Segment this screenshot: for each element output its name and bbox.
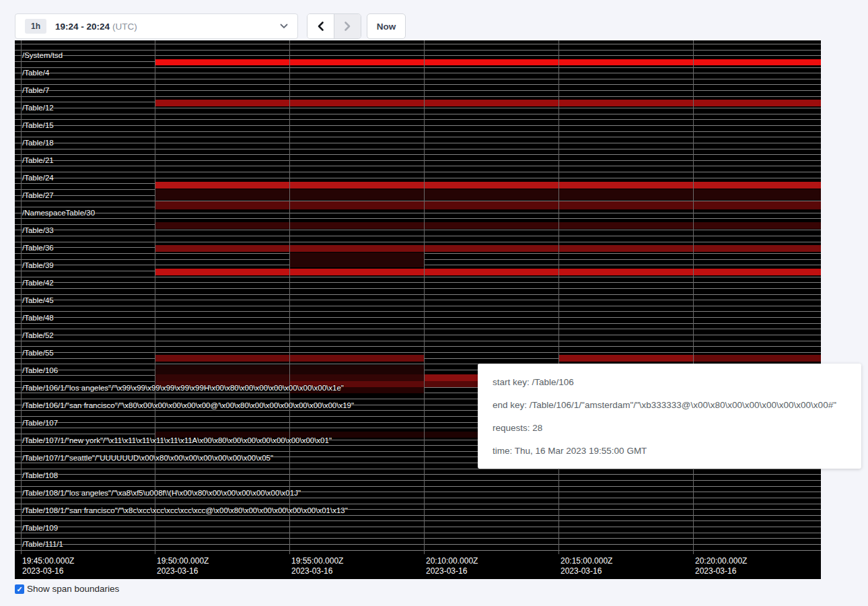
- span-boundary-line: [15, 335, 821, 335]
- span-key-label: /Table/39: [22, 261, 54, 269]
- span-boundary-line: [15, 533, 821, 533]
- time-gridline: [693, 40, 694, 554]
- span-boundary-line: [15, 515, 821, 516]
- span-boundary-line: [15, 498, 821, 498]
- span-boundary-line: [15, 486, 821, 487]
- show-span-boundaries-label: Show span boundaries: [27, 584, 119, 594]
- tick-time: 19:45:00.000Z: [22, 556, 74, 566]
- hot-span-band[interactable]: [155, 182, 821, 189]
- x-axis-tick-label: 19:55:00.000Z2023-03-16: [291, 556, 343, 576]
- show-span-boundaries-checkbox[interactable]: ✓: [15, 584, 24, 594]
- span-boundary-line: [15, 218, 821, 219]
- span-boundary-line: [15, 125, 821, 126]
- span-boundary-line: [15, 137, 821, 137]
- span-key-label: /Table/108/1/"los angeles"/"\xa8\xf5\u00…: [22, 489, 301, 497]
- span-key-label: /Table/15: [22, 121, 54, 129]
- span-boundary-line: [15, 143, 821, 143]
- span-boundary-line: [15, 67, 821, 68]
- span-key-label: /Table/108: [22, 471, 58, 479]
- span-key-label: /Table/107/1/"seattle"/"UUUUUUD\x00\x80\…: [22, 454, 273, 462]
- span-boundary-line: [15, 282, 821, 283]
- span-boundary-line: [15, 84, 821, 85]
- tick-date: 2023-03-16: [291, 566, 343, 576]
- hot-span-band[interactable]: [289, 252, 424, 267]
- span-key-label: /Table/12: [22, 104, 54, 112]
- span-boundary-line: [15, 154, 821, 155]
- span-boundary-line: [15, 166, 821, 166]
- span-key-label: /Table/107/1/"new york"/"\x11\x11\x11\x1…: [22, 436, 332, 444]
- next-interval-button[interactable]: [334, 14, 361, 38]
- span-boundary-line: [15, 50, 821, 50]
- hot-span-band[interactable]: [424, 381, 480, 387]
- time-gridline: [558, 40, 559, 554]
- span-boundary-line: [15, 96, 821, 97]
- hot-span-band[interactable]: [155, 245, 821, 252]
- span-key-label: /Table/18: [22, 139, 54, 147]
- span-boundary-line: [15, 306, 821, 306]
- span-boundary-line: [15, 79, 821, 79]
- span-boundary-line: [15, 480, 821, 481]
- span-key-label: /Table/109: [22, 524, 58, 532]
- time-gridline: [424, 40, 425, 554]
- time-range-label: 19:24 - 20:24: [55, 22, 110, 32]
- time-range-selector[interactable]: 1h 19:24 - 20:24 (UTC): [15, 13, 298, 39]
- tick-date: 2023-03-16: [426, 566, 478, 576]
- span-boundary-line: [15, 329, 821, 329]
- hot-span-band[interactable]: [424, 374, 480, 381]
- hot-span-band[interactable]: [155, 59, 821, 65]
- hot-span-band[interactable]: [155, 222, 821, 229]
- span-key-label: /Table/107: [22, 419, 58, 427]
- span-boundary-line: [15, 311, 821, 312]
- x-axis-tick-label: 20:20:00.000Z2023-03-16: [695, 556, 747, 576]
- span-boundary-line: [15, 55, 821, 56]
- span-boundary-line: [15, 44, 821, 44]
- span-key-label: /NamespaceTable/30: [22, 209, 95, 217]
- span-boundary-line: [15, 300, 821, 300]
- tick-time: 20:20:00.000Z: [695, 556, 747, 566]
- span-key-label: /Table/55: [22, 349, 54, 357]
- span-key-label: /Table/111/1: [22, 540, 63, 548]
- span-boundary-line: [15, 213, 821, 213]
- tick-time: 19:50:00.000Z: [157, 556, 209, 566]
- hot-span-band[interactable]: [155, 269, 821, 275]
- x-axis-tick-label: 20:10:00.000Z2023-03-16: [426, 556, 478, 576]
- x-axis-tick-label: 20:15:00.000Z2023-03-16: [560, 556, 612, 576]
- span-boundary-line: [15, 73, 821, 73]
- hot-span-band[interactable]: [155, 201, 821, 209]
- previous-interval-button[interactable]: [308, 14, 334, 38]
- span-key-label: /Table/7: [22, 86, 49, 94]
- heatmap-canvas[interactable]: /System/tsd/Table/4/Table/7/Table/12/Tab…: [15, 40, 821, 579]
- show-span-boundaries-option: ✓ Show span boundaries: [15, 584, 119, 594]
- tooltip-end-key: end key: /Table/106/1/"amsterdam"/"\xb33…: [493, 400, 846, 410]
- tick-date: 2023-03-16: [560, 566, 612, 576]
- span-boundary-line: [15, 230, 821, 230]
- span-key-label: /Table/21: [22, 156, 54, 164]
- hot-span-band[interactable]: [155, 100, 821, 106]
- span-key-label: /Table/106/1/"san francisco"/"\x80\x00\x…: [22, 401, 354, 409]
- timezone-label: (UTC): [112, 22, 137, 32]
- span-key-label: /Table/48: [22, 314, 54, 322]
- tick-time: 19:55:00.000Z: [291, 556, 343, 566]
- hot-span-band[interactable]: [694, 355, 821, 362]
- time-nav-button-group: [307, 13, 361, 39]
- span-boundary-line: [15, 341, 821, 341]
- span-tooltip: start key: /Table/106 end key: /Table/10…: [478, 364, 861, 469]
- span-key-label: /System/tsd: [22, 51, 63, 59]
- span-boundary-line: [15, 527, 821, 527]
- now-button[interactable]: Now: [367, 13, 406, 39]
- span-boundary-line: [15, 550, 821, 551]
- hot-span-band[interactable]: [558, 355, 694, 362]
- time-gridline: [21, 40, 22, 554]
- span-key-label: /Table/108/1/"san francisco"/"\x8c\xcc\x…: [22, 506, 348, 514]
- tooltip-time: time: Thu, 16 Mar 2023 19:55:00 GMT: [493, 446, 846, 456]
- chevron-down-icon: [280, 24, 288, 29]
- chevron-left-icon: [317, 21, 324, 32]
- span-key-label: /Table/52: [22, 331, 54, 339]
- tick-date: 2023-03-16: [22, 566, 74, 576]
- span-boundary-line: [15, 352, 821, 353]
- hot-span-band[interactable]: [155, 189, 821, 200]
- duration-badge: 1h: [25, 19, 46, 34]
- span-key-label: /Table/42: [22, 279, 54, 287]
- span-boundary-line: [15, 538, 821, 539]
- span-key-label: /Table/24: [22, 174, 54, 182]
